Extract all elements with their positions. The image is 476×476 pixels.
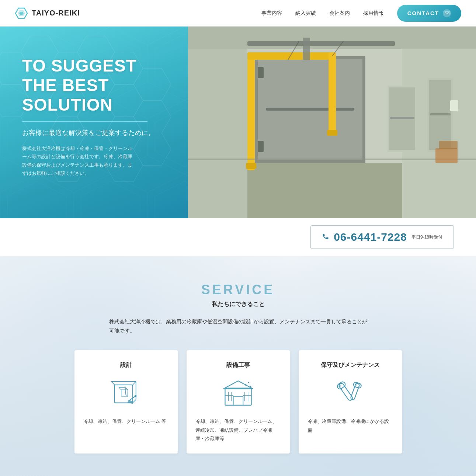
service-card-equipment: 設備工事 ✦ [187, 350, 290, 453]
service-section: SERVICE 私たちにできること 株式会社大洋冷機では、業務用の冷蔵庫や低温空… [0, 256, 476, 476]
card-title-maintenance: 保守及びメンテナンス [321, 361, 380, 369]
svg-rect-39 [327, 130, 337, 136]
card-desc-equipment: 冷却、凍結、保管、クリーンルーム、連続冷却、凍結設備、プレハブ冷凍庫・冷蔵庫等 [195, 417, 281, 443]
svg-line-56 [132, 382, 136, 385]
contact-label: CONTACT [407, 10, 439, 16]
phone-number: 06-6441-7228 [334, 231, 407, 243]
nav-item-delivery[interactable]: 納入実績 [295, 10, 316, 17]
svg-rect-32 [266, 108, 354, 111]
svg-line-65 [125, 394, 128, 396]
maintenance-icon [332, 376, 369, 410]
service-title-en: SERVICE [29, 282, 447, 298]
svg-rect-47 [303, 38, 310, 60]
nav-item-recruitment[interactable]: 採用情報 [363, 10, 384, 17]
service-card-design: 設計 [74, 350, 178, 453]
card-desc-maintenance: 冷凍、冷蔵庫設備、冷凍機にかかる設備 [308, 417, 393, 434]
service-cards: 設計 [29, 350, 447, 453]
logo-icon [15, 7, 28, 20]
hero-text-area: TO SUGGEST THE BEST SOLUTION お客様に最適な解決策を… [0, 27, 188, 218]
svg-rect-42 [390, 117, 414, 119]
section-header: SERVICE 私たちにできること [29, 282, 447, 308]
card-desc-design: 冷却、凍結、保管、クリーンルーム 等 [83, 417, 169, 425]
card-title-design: 設計 [120, 361, 132, 369]
phone-icon [322, 233, 329, 242]
svg-rect-37 [329, 52, 336, 133]
hero-section: TO SUGGEST THE BEST SOLUTION お客様に最適な解決策を… [0, 27, 476, 218]
service-card-maintenance: 保守及びメンテナンス 冷凍、冷蔵庫設 [299, 350, 402, 453]
service-title-ja: 私たちにできること [29, 300, 447, 308]
svg-text:✦: ✦ [247, 382, 249, 385]
phone-box[interactable]: 06-6441-7228 平日9-18時受付 [310, 225, 454, 249]
svg-rect-53 [439, 141, 458, 149]
logo-text: TAIYO-REIKI [32, 9, 80, 17]
contact-button[interactable]: CONTACT [397, 5, 461, 22]
svg-rect-38 [246, 163, 256, 169]
svg-rect-46 [247, 41, 395, 46]
logo[interactable]: TAIYO-REIKI [15, 7, 80, 20]
main-nav: 事業内容 納入実績 会社案内 採用情報 CONTACT [261, 5, 461, 22]
phone-hours: 平日9-18時受付 [411, 234, 442, 240]
nav-item-company[interactable]: 会社案内 [329, 10, 350, 17]
svg-rect-83 [350, 383, 359, 400]
design-icon [108, 376, 145, 410]
svg-rect-33 [258, 67, 264, 78]
svg-text:✦: ✦ [244, 383, 247, 388]
site-header: TAIYO-REIKI 事業内容 納入実績 会社案内 採用情報 CONTACT [0, 0, 476, 27]
phone-bar: 06-6441-7228 平日9-18時受付 [0, 218, 476, 256]
svg-rect-50 [450, 100, 458, 111]
equipment-icon: ✦ ✦ ✦ [220, 376, 257, 410]
svg-line-55 [111, 382, 115, 385]
svg-rect-51 [174, 159, 476, 160]
svg-rect-35 [247, 52, 255, 170]
svg-rect-68 [225, 388, 251, 405]
service-description: 株式会社大洋冷機では、業務用の冷蔵庫や低温空間設備の設計から設置、メンテナンスま… [109, 317, 367, 336]
svg-text:✦: ✦ [249, 385, 252, 388]
svg-point-67 [135, 395, 136, 397]
hero-title: TO SUGGEST THE BEST SOLUTION [22, 56, 170, 115]
nav-item-business[interactable]: 事業内容 [261, 10, 282, 17]
hero-subtitle: お客様に最適な解決策をご提案するために。 [22, 128, 170, 137]
svg-rect-45 [430, 113, 451, 115]
hero-photo [174, 27, 476, 218]
svg-rect-34 [258, 141, 264, 152]
card-title-equipment: 設備工事 [226, 361, 250, 369]
svg-line-62 [125, 388, 128, 390]
hero-description: 株式会社大洋冷機は冷却・冷凍・保管・クリーンルーム等の設計と設備を行う会社です。… [22, 145, 133, 178]
mail-icon [443, 9, 451, 17]
svg-line-61 [119, 388, 121, 390]
svg-rect-70 [233, 396, 243, 405]
svg-rect-52 [435, 148, 458, 163]
hero-divider [22, 121, 147, 122]
